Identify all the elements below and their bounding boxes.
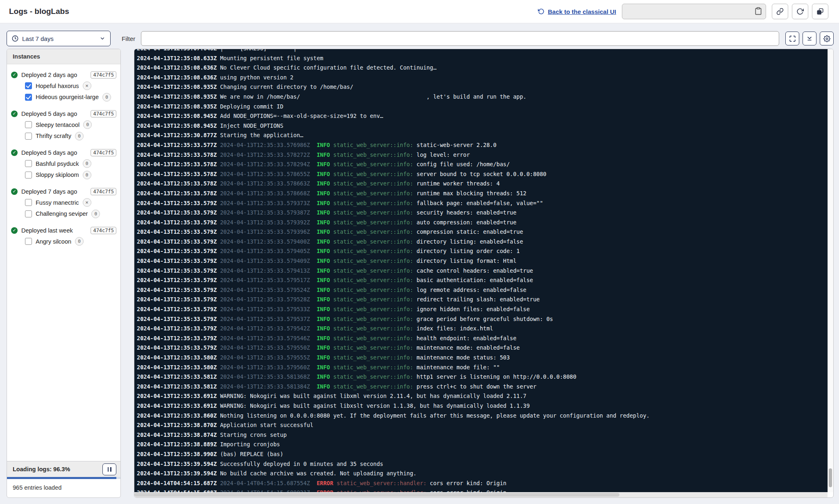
instance-checkbox[interactable] xyxy=(25,238,32,245)
instance-row[interactable]: Angry silcoon0 xyxy=(11,236,116,247)
instance-row[interactable]: Hopeful haxorus× xyxy=(11,80,116,92)
fullscreen-button[interactable] xyxy=(785,32,799,45)
horizontal-scrollbar[interactable] xyxy=(134,492,828,497)
log-line: 2024-04-13T12:35:33.579Z 2024-04-13T12:3… xyxy=(137,256,828,266)
commit-hash-badge: 474c7f5 xyxy=(91,227,116,234)
log-level: INFO xyxy=(317,325,333,332)
instance-checkbox[interactable] xyxy=(25,82,32,89)
instance-checkbox[interactable] xyxy=(25,199,32,206)
log-message: static-web-server 2.28.0 xyxy=(417,142,497,148)
instance-row[interactable]: Fussy manectric× xyxy=(11,197,116,208)
instance-count-badge: 0 xyxy=(83,171,91,179)
instance-row[interactable]: Sleepy tentacool0 xyxy=(11,119,116,131)
log-line: 2024-04-13T12:35:33.578Z 2024-04-13T12:3… xyxy=(137,160,828,170)
top-bar-actions: Back to the classical UI xyxy=(538,4,828,19)
filter-input[interactable] xyxy=(141,31,779,46)
instance-checkbox[interactable] xyxy=(25,133,32,140)
log-level: INFO xyxy=(317,258,333,264)
log-line: 2024-04-13T12:35:33.581Z 2024-04-13T12:3… xyxy=(137,382,828,392)
instance-row[interactable]: Bashful psyduck0 xyxy=(11,158,116,170)
instance-name: Hideous gourgeist-large xyxy=(36,94,99,100)
instance-id-input[interactable] xyxy=(622,4,766,19)
log-message: Application start successful xyxy=(220,422,313,428)
instance-name: Bashful psyduck xyxy=(36,160,79,167)
deployment-label: Deployed 7 days ago xyxy=(21,188,77,195)
log-timestamp: 2024-04-13T12:35:07.648Z xyxy=(137,49,220,52)
pause-loading-button[interactable] xyxy=(102,463,116,475)
log-line: 2024-04-13T12:35:33.579Z 2024-04-13T12:3… xyxy=(137,199,828,208)
instance-row[interactable]: Sloppy skiploom0 xyxy=(11,170,116,181)
instance-checkbox[interactable] xyxy=(25,160,32,167)
log-timestamp: 2024-04-13T12:35:33.578Z xyxy=(137,151,220,158)
log-level: INFO xyxy=(317,364,333,371)
duplicate-view-button[interactable] xyxy=(812,4,828,19)
instance-checkbox[interactable] xyxy=(25,94,32,101)
date-range-value: Last 7 days xyxy=(22,35,54,42)
deployment-group-header[interactable]: ✓Deployed last week474c7f5 xyxy=(11,225,116,236)
date-range-select[interactable]: Last 7 days xyxy=(7,31,111,46)
vertical-scrollbar[interactable] xyxy=(828,49,833,492)
deployment-group-header[interactable]: ✓Deployed 7 days ago474c7f5 xyxy=(11,186,116,197)
instance-checkbox[interactable] xyxy=(25,172,32,179)
deployment-group-header[interactable]: ✓Deployed 5 days ago474c7f5 xyxy=(11,108,116,119)
refresh-button[interactable] xyxy=(792,4,808,19)
instance-row[interactable]: Hideous gourgeist-large0 xyxy=(11,92,116,103)
log-timestamp-precise: 2024-04-13T12:35:33.578294Z xyxy=(220,161,317,167)
deployment-group: ✓Deployed 2 days ago474c7f5Hopeful haxor… xyxy=(11,69,116,103)
loading-logs-header: Loading logs: 96.3% xyxy=(7,461,120,477)
deployment-label: Deployed 5 days ago xyxy=(21,111,77,117)
log-timestamp: 2024-04-13T12:35:33.577Z xyxy=(137,142,220,148)
log-source: static_web_server::info: xyxy=(333,383,417,390)
log-message: cache control headers: enabled=true xyxy=(417,267,533,274)
log-timestamp: 2024-04-13T12:35:33.579Z xyxy=(137,316,220,322)
log-source: static_web_server::info: xyxy=(333,277,417,283)
horizontal-scrollbar-thumb[interactable] xyxy=(134,493,619,497)
log-source: static_web_server::info: xyxy=(333,209,417,216)
log-timestamp: 2024-04-13T12:35:33.579Z xyxy=(137,325,220,332)
log-timestamp: 2024-04-13T12:35:39.594Z xyxy=(137,470,220,477)
logs-toolbar: Last 7 days Filter xyxy=(7,31,834,46)
log-line: 2024-04-13T12:35:38.990Z (bas) REPLACE (… xyxy=(137,450,828,459)
log-line: 2024-04-13T12:35:33.860Z Nothing listeni… xyxy=(137,411,828,421)
log-message: No build cache archive was created. Not … xyxy=(220,470,417,477)
log-line: 2024-04-13T12:35:33.579Z 2024-04-13T12:3… xyxy=(137,218,828,228)
log-line: 2024-04-13T12:35:33.580Z 2024-04-13T12:3… xyxy=(137,353,828,363)
vertical-scrollbar-thumb[interactable] xyxy=(829,468,832,487)
log-timestamp-precise: 2024-04-14T04:54:15.687554Z xyxy=(220,480,317,486)
log-message: fallback page: enabled=false, value="" xyxy=(417,200,543,206)
fullscreen-icon xyxy=(789,35,796,42)
log-timestamp: 2024-04-13T12:35:33.579Z xyxy=(137,267,220,274)
instance-row[interactable]: Challenging seviper0 xyxy=(11,208,116,220)
deployment-group-header[interactable]: ✓Deployed 2 days ago474c7f5 xyxy=(11,69,116,80)
instance-count-badge: 0 xyxy=(75,237,84,246)
log-timestamp-precise: 2024-04-13T12:35:33.579524Z xyxy=(220,287,317,293)
log-timestamp: 2024-04-13T12:35:08.636Z xyxy=(137,74,220,81)
log-options-button[interactable] xyxy=(820,32,834,45)
instance-row[interactable]: Thrifty scrafty0 xyxy=(11,131,116,142)
instance-checkbox[interactable] xyxy=(25,210,32,217)
log-line: 2024-04-13T12:35:33.578Z 2024-04-13T12:3… xyxy=(137,170,828,179)
back-link-label: Back to the classical UI xyxy=(548,8,616,15)
deployment-group-header[interactable]: ✓Deployed 5 days ago474c7f5 xyxy=(11,147,116,158)
log-message: health endpoint: enabled=false xyxy=(417,335,517,341)
pause-icon xyxy=(108,467,109,472)
clipboard-icon[interactable] xyxy=(754,7,762,15)
deployment-success-icon: ✓ xyxy=(11,72,18,78)
copy-link-button[interactable] xyxy=(772,4,788,19)
log-message: Inject NODE_OPTIONS xyxy=(220,122,283,129)
log-message: Add NODE_OPTIONS=--max-old-space-size=19… xyxy=(220,113,383,119)
scroll-to-bottom-button[interactable] xyxy=(803,32,816,45)
log-timestamp: 2024-04-13T12:35:33.579Z xyxy=(137,306,220,312)
deployment-success-icon: ✓ xyxy=(11,188,18,195)
log-message: Changing current directory to /home/bas/ xyxy=(220,84,353,90)
instance-count-badge: 0 xyxy=(75,132,84,140)
back-to-classical-ui-link[interactable]: Back to the classical UI xyxy=(538,8,616,15)
log-timestamp: 2024-04-13T12:35:39.594Z xyxy=(137,461,220,467)
instance-name: Angry silcoon xyxy=(36,238,71,245)
deployment-success-icon: ✓ xyxy=(11,227,18,234)
log-line: 2024-04-13T12:35:08.636Z No Clever Cloud… xyxy=(137,63,828,73)
log-message: maintenance mode: enabled=false xyxy=(417,344,520,351)
instance-checkbox[interactable] xyxy=(25,121,32,128)
log-source: static_web_server::handler: xyxy=(337,480,430,486)
log-timestamp: 2024-04-13T12:35:33.580Z xyxy=(137,364,220,371)
